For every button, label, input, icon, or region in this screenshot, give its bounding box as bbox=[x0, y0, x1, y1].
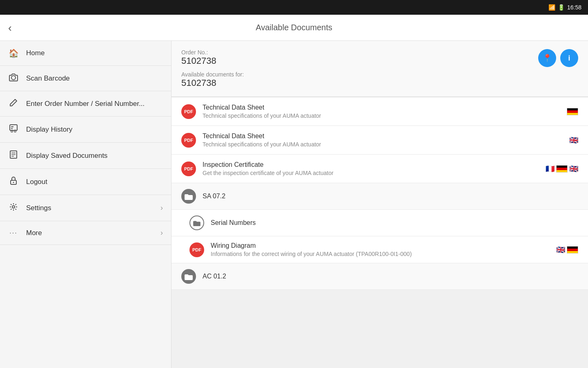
main-layout: 🏠 Home Scan Barcode Enter Order Number /… bbox=[0, 41, 588, 368]
pdf-icon: PDF bbox=[181, 104, 196, 119]
pdf-icon: PDF bbox=[181, 162, 196, 176]
doc-text: Inspection Certificate Get the inspectio… bbox=[203, 161, 539, 176]
sidebar-label-more: More bbox=[26, 229, 153, 237]
svg-point-11 bbox=[13, 182, 14, 183]
folder-outline-icon bbox=[189, 215, 204, 230]
sidebar-item-settings[interactable]: Settings › bbox=[0, 195, 171, 221]
sidebar-label-enter-order: Enter Order Number / Serial Number... bbox=[26, 100, 163, 108]
svg-point-12 bbox=[12, 206, 15, 208]
doc-flags: 🇬🇧 bbox=[556, 245, 578, 254]
pdf-icon: PDF bbox=[181, 133, 196, 148]
pencil-icon bbox=[8, 99, 19, 109]
sidebar: 🏠 Home Scan Barcode Enter Order Number /… bbox=[0, 41, 172, 368]
flag-german bbox=[567, 108, 578, 115]
folder-icon-ac012 bbox=[181, 269, 196, 284]
order-info: Order No.: 5102738 Available documents f… bbox=[181, 49, 244, 88]
lock-icon bbox=[8, 176, 19, 187]
flag-german bbox=[556, 165, 568, 173]
sidebar-label-saved: Display Saved Documents bbox=[26, 152, 163, 160]
sidebar-label-scan: Scan Barcode bbox=[26, 74, 163, 83]
sidebar-item-logout[interactable]: Logout bbox=[0, 169, 171, 195]
sidebar-item-display-history[interactable]: Display History bbox=[0, 117, 171, 143]
sidebar-label-home: Home bbox=[26, 49, 163, 57]
content-area: Order No.: 5102738 Available documents f… bbox=[172, 41, 588, 368]
doc-item-technical-data-sheet-uk[interactable]: PDF Technical Data Sheet Technical speci… bbox=[172, 126, 588, 155]
doc-flags bbox=[567, 108, 578, 115]
flag-de-wiring bbox=[567, 246, 578, 254]
status-bar: 📶 🔋 16:58 bbox=[0, 0, 588, 15]
document-list: PDF Technical Data Sheet Technical speci… bbox=[172, 97, 588, 290]
doc-subtitle: Technical specifications of your AUMA ac… bbox=[203, 112, 560, 119]
doc-title: Inspection Certificate bbox=[203, 161, 539, 168]
sidebar-item-display-saved[interactable]: Display Saved Documents bbox=[0, 143, 171, 169]
chevron-right-icon: › bbox=[160, 204, 163, 212]
folder-title-sa072: SA 07.2 bbox=[203, 193, 225, 200]
doc-flags: 🇫🇷 🇬🇧 bbox=[546, 164, 578, 173]
top-bar: ‹ Available Documents bbox=[0, 15, 588, 41]
clock: 16:58 bbox=[567, 4, 581, 11]
wifi-icon: 📶 bbox=[548, 4, 555, 11]
serial-numbers-title: Serial Numbers bbox=[211, 219, 256, 227]
doc-item-inspection-certificate[interactable]: PDF Inspection Certificate Get the inspe… bbox=[172, 155, 588, 183]
doc-text: Technical Data Sheet Technical specifica… bbox=[203, 104, 560, 119]
chevron-right-more-icon: › bbox=[160, 229, 163, 237]
folder-item-sa072[interactable]: SA 07.2 bbox=[172, 183, 588, 210]
battery-icon: 🔋 bbox=[558, 4, 565, 11]
wiring-diagram-subtitle: Informations for the correct wiring of y… bbox=[211, 251, 550, 257]
history-icon bbox=[8, 124, 19, 135]
home-icon: 🏠 bbox=[8, 48, 19, 58]
camera-icon bbox=[8, 73, 19, 83]
info-button[interactable]: i bbox=[560, 49, 578, 67]
flag-uk: 🇬🇧 bbox=[569, 136, 578, 145]
flag-uk: 🇬🇧 bbox=[569, 164, 578, 173]
folder-title-ac012: AC 01.2 bbox=[203, 273, 226, 280]
doc-item-technical-data-sheet-de[interactable]: PDF Technical Data Sheet Technical speci… bbox=[172, 97, 588, 126]
doc-text: Technical Data Sheet Technical specifica… bbox=[203, 132, 563, 148]
svg-rect-4 bbox=[11, 130, 13, 132]
status-icons: 📶 🔋 16:58 bbox=[548, 4, 581, 11]
doc-subtitle: Get the inspection certificate of your A… bbox=[203, 170, 539, 176]
sidebar-item-enter-order[interactable]: Enter Order Number / Serial Number... bbox=[0, 91, 171, 117]
folder-item-ac012[interactable]: AC 01.2 bbox=[172, 263, 588, 290]
sidebar-label-settings: Settings bbox=[26, 204, 153, 212]
sidebar-item-home[interactable]: 🏠 Home bbox=[0, 41, 171, 66]
order-header: Order No.: 5102738 Available documents f… bbox=[172, 41, 588, 97]
doc-title: Technical Data Sheet bbox=[203, 132, 563, 140]
settings-icon bbox=[8, 202, 19, 213]
flag-uk-wiring: 🇬🇧 bbox=[556, 245, 565, 254]
order-actions: 📍 i bbox=[538, 49, 578, 67]
svg-rect-1 bbox=[10, 125, 17, 130]
svg-point-0 bbox=[11, 76, 16, 80]
location-button[interactable]: 📍 bbox=[538, 49, 556, 67]
order-label: Order No.: bbox=[181, 49, 244, 56]
doc-text: Wiring Diagram Informations for the corr… bbox=[211, 242, 550, 257]
sidebar-label-history: Display History bbox=[26, 126, 163, 134]
flag-french: 🇫🇷 bbox=[546, 164, 555, 173]
avail-number: 5102738 bbox=[181, 78, 244, 88]
page-title: Available Documents bbox=[256, 23, 332, 32]
doc-title: Technical Data Sheet bbox=[203, 104, 560, 111]
doc-subtitle: Technical specifications of your AUMA ac… bbox=[203, 141, 563, 148]
more-icon: ··· bbox=[8, 229, 19, 237]
sidebar-item-scan-barcode[interactable]: Scan Barcode bbox=[0, 66, 171, 91]
doc-flags: 🇬🇧 bbox=[569, 136, 578, 145]
pdf-icon: PDF bbox=[189, 242, 204, 257]
avail-label: Available documents for: bbox=[181, 71, 244, 78]
saved-docs-icon bbox=[8, 150, 19, 161]
sidebar-label-logout: Logout bbox=[26, 178, 163, 186]
order-number: 5102738 bbox=[181, 56, 244, 66]
back-button[interactable]: ‹ bbox=[8, 22, 12, 33]
wiring-diagram-title: Wiring Diagram bbox=[211, 242, 550, 249]
sidebar-item-more[interactable]: ··· More › bbox=[0, 221, 171, 245]
folder-icon bbox=[181, 189, 196, 204]
sub-item-serial-numbers[interactable]: Serial Numbers bbox=[172, 210, 588, 236]
sub-item-wiring-diagram[interactable]: PDF Wiring Diagram Informations for the … bbox=[172, 236, 588, 263]
svg-rect-5 bbox=[14, 130, 16, 132]
